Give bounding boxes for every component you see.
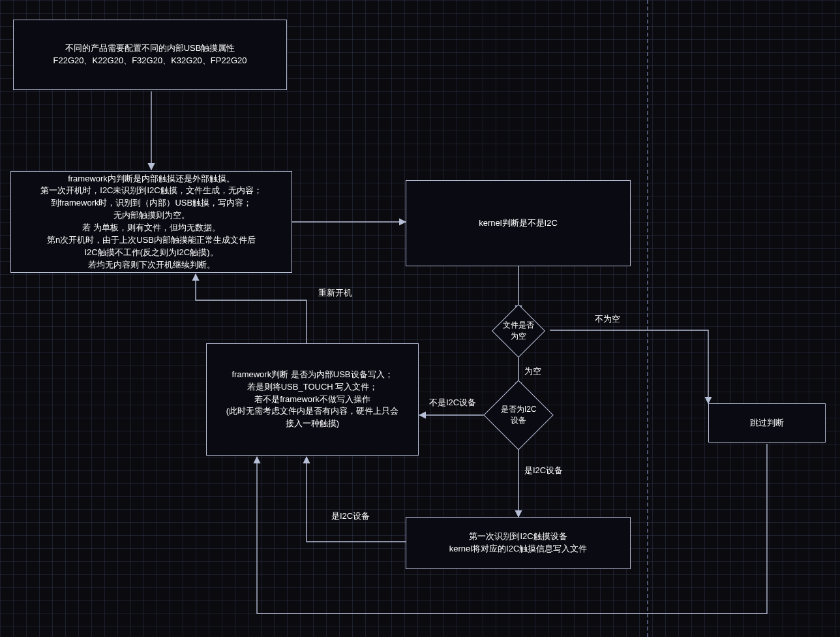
node-text: 跳过判断 (750, 417, 784, 429)
edge-label-is-i2c-kernel: 是I2C设备 (331, 510, 370, 522)
decision-text: 是否为I2C 设备 (501, 404, 537, 426)
edge-label-is-i2c-decision: 是I2C设备 (524, 465, 563, 476)
node-kernel-first-i2c-write[interactable]: 第一次识别到I2C触摸设备 kernel将对应的I2C触摸信息写入文件 (406, 517, 631, 569)
edge-label-empty: 为空 (524, 365, 541, 377)
edge-label-reboot: 重新开机 (318, 287, 352, 299)
node-product-usb-config[interactable]: 不同的产品需要配置不同的内部USB触摸属性 F22G20、K22G20、F32G… (13, 20, 287, 90)
node-text: 不同的产品需要配置不同的内部USB触摸属性 F22G20、K22G20、F32G… (53, 42, 247, 67)
node-kernel-i2c-check[interactable]: kernel判断是不是I2C (406, 180, 631, 266)
node-skip-judgement[interactable]: 跳过判断 (708, 403, 826, 443)
edge-label-not-empty: 不为空 (595, 313, 620, 325)
page-divider (647, 0, 648, 637)
node-framework-usb-write[interactable]: framework判断 是否为内部USB设备写入； 若是则将USB_TOUCH … (206, 343, 419, 456)
node-text: framework判断 是否为内部USB设备写入； 若是则将USB_TOUCH … (226, 369, 398, 430)
node-framework-detect[interactable]: framework内判断是内部触摸还是外部触摸。 第一次开机时，I2C未识别到I… (10, 171, 292, 273)
node-text: 第一次识别到I2C触摸设备 kernel将对应的I2C触摸信息写入文件 (449, 531, 588, 555)
decision-text: 文件是否为空 (500, 320, 537, 342)
edge-label-not-i2c: 不是I2C设备 (429, 397, 476, 409)
node-text: kernel判断是不是I2C (479, 217, 558, 230)
node-text: framework内判断是内部触摸还是外部触摸。 第一次开机时，I2C未识别到I… (40, 173, 262, 272)
